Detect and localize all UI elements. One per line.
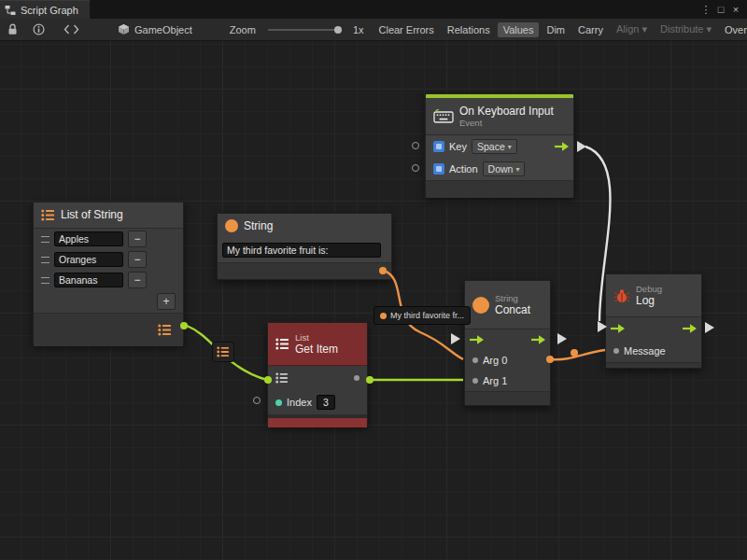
node-header: List of String — [34, 203, 183, 229]
node-title: String — [244, 219, 273, 232]
node-footer — [465, 391, 550, 405]
string-icon — [225, 219, 238, 232]
list-output-icon — [158, 324, 172, 336]
flow-output-port[interactable] — [682, 323, 698, 334]
node-concat[interactable]: String Concat Arg 0 Arg 1 — [464, 280, 551, 406]
lock-icon — [7, 23, 18, 35]
code-view-button[interactable] — [56, 19, 87, 40]
action-value: Down — [488, 163, 514, 175]
node-category: String — [495, 293, 530, 303]
index-edge-port[interactable] — [253, 397, 261, 404]
action-icon — [433, 163, 444, 175]
message-input-port[interactable] — [613, 348, 619, 354]
info-button[interactable] — [25, 19, 52, 40]
drag-handle-icon[interactable] — [41, 277, 49, 284]
tab-label: Script Graph — [21, 5, 78, 16]
list-item-field[interactable]: Bananas — [54, 273, 123, 287]
flow-output-port[interactable] — [554, 141, 570, 152]
flow-arrow-marker — [705, 322, 714, 333]
flow-output-port[interactable] — [530, 334, 546, 345]
string-value-dot — [380, 313, 387, 319]
arg0-input-port[interactable] — [472, 357, 478, 363]
node-title: Concat — [495, 303, 530, 316]
index-field[interactable]: 3 — [317, 395, 335, 410]
zoom-value: 1x — [353, 24, 364, 35]
node-list-of-string[interactable]: List of String Apples − Oranges − Banana… — [33, 202, 184, 345]
getitem-list-input-port[interactable] — [264, 376, 272, 384]
list-input-row — [268, 366, 367, 390]
selection-bar — [268, 418, 367, 427]
distribute-label: Distribute — [660, 23, 703, 35]
key-value: Space — [477, 141, 505, 152]
relations-button[interactable]: Relations — [442, 22, 496, 37]
flow-input-port[interactable] — [469, 334, 485, 345]
string-output-port[interactable] — [379, 267, 387, 274]
drag-handle-icon[interactable] — [41, 257, 49, 263]
arg1-input-port[interactable] — [472, 378, 478, 384]
node-footer — [426, 180, 573, 198]
key-dropdown[interactable]: Space▾ — [472, 139, 517, 154]
carry-button[interactable]: Carry — [572, 22, 609, 37]
align-button[interactable]: Align ▾ — [611, 21, 653, 37]
string-value-field[interactable]: My third favorite fruit is: — [222, 243, 381, 258]
zoom-slider-knob[interactable] — [334, 26, 342, 34]
zoom-control: Zoom 1x — [223, 24, 371, 35]
zoom-slider[interactable] — [268, 29, 341, 31]
node-header: On Keyboard Input Event — [426, 98, 573, 135]
key-sync-port[interactable] — [412, 142, 419, 149]
flow-input-port[interactable] — [610, 323, 626, 334]
script-graph-window: Script Graph ⋮ □ × GameObject Zoom 1x Cl… — [0, 0, 747, 560]
getitem-item-output-port[interactable] — [366, 376, 374, 384]
close-button[interactable]: × — [728, 0, 743, 19]
remove-item-button[interactable]: − — [128, 251, 147, 268]
keyboard-icon — [433, 109, 454, 123]
key-row: Key Space▾ — [426, 135, 573, 158]
remove-item-button[interactable]: − — [128, 231, 147, 247]
item-output-port[interactable] — [354, 375, 359, 381]
lock-button[interactable] — [0, 19, 25, 40]
gameobject-label: GameObject — [134, 24, 192, 35]
chevron-down-icon: ▾ — [515, 165, 519, 174]
align-label: Align — [616, 23, 639, 35]
bug-icon — [613, 288, 630, 303]
concat-result-port[interactable] — [546, 356, 554, 363]
wire-value-dot — [571, 349, 578, 357]
node-on-keyboard-input[interactable]: On Keyboard Input Event Key Space▾ Actio… — [425, 93, 574, 198]
node-header: String — [218, 214, 391, 238]
chevron-down-icon: ▾ — [641, 23, 647, 35]
titlebar: Script Graph ⋮ □ × — [0, 0, 747, 19]
list-output-port[interactable] — [180, 322, 188, 329]
action-dropdown[interactable]: Down▾ — [483, 161, 526, 176]
list-icon — [41, 209, 55, 221]
dim-button[interactable]: Dim — [541, 22, 571, 37]
list-item-field[interactable]: Apples — [54, 231, 123, 246]
node-category: List — [295, 332, 338, 343]
list-item-field[interactable]: Oranges — [54, 252, 123, 267]
window-menu-button[interactable]: ⋮ — [698, 0, 713, 19]
drag-handle-icon[interactable] — [41, 236, 49, 243]
graph-canvas[interactable]: On Keyboard Input Event Key Space▾ Actio… — [0, 41, 747, 560]
string-value-preview: My third favorite fr... — [390, 311, 464, 320]
remove-item-button[interactable]: − — [128, 272, 147, 288]
list-item-row: Apples − — [34, 229, 183, 249]
node-string-literal[interactable]: String My third favorite fruit is: — [217, 213, 392, 280]
arg0-label: Arg 0 — [483, 355, 507, 366]
chevron-down-icon: ▾ — [707, 23, 712, 35]
distribute-button[interactable]: Distribute ▾ — [655, 21, 717, 37]
action-sync-port[interactable] — [412, 164, 419, 172]
chevron-down-icon: ▾ — [508, 143, 512, 151]
overview-button[interactable]: Overv — [719, 22, 747, 37]
values-button[interactable]: Values — [498, 22, 540, 37]
gameobject-button[interactable]: GameObject — [111, 23, 199, 35]
tab-script-graph[interactable]: Script Graph — [0, 0, 90, 19]
maximize-button[interactable]: □ — [713, 0, 728, 19]
node-get-item[interactable]: List Get Item Index 3 — [267, 322, 368, 427]
window-controls: ⋮ □ × — [698, 0, 747, 19]
flow-row — [465, 329, 550, 350]
list-icon — [217, 346, 230, 357]
add-item-button[interactable]: + — [157, 293, 176, 310]
clear-errors-button[interactable]: Clear Errors — [374, 22, 440, 37]
index-input-port[interactable] — [275, 399, 282, 406]
index-label: Index — [287, 397, 312, 408]
node-debug-log[interactable]: Debug Log Message — [605, 273, 702, 369]
